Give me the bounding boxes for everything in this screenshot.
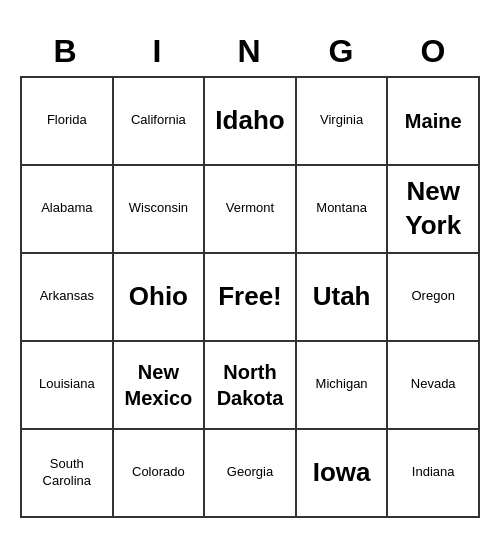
bingo-card: BINGO FloridaCaliforniaIdahoVirginiaMain…: [20, 27, 480, 518]
cell-r2-c1: Ohio: [114, 254, 206, 342]
cell-r3-c2: North Dakota: [205, 342, 297, 430]
cell-r3-c0: Louisiana: [22, 342, 114, 430]
cell-r0-c1: California: [114, 78, 206, 166]
header-letter: N: [204, 27, 296, 76]
cell-r2-c2: Free!: [205, 254, 297, 342]
cell-r1-c0: Alabama: [22, 166, 114, 254]
cell-r0-c0: Florida: [22, 78, 114, 166]
cell-r0-c2: Idaho: [205, 78, 297, 166]
cell-r2-c3: Utah: [297, 254, 389, 342]
header-letter: B: [20, 27, 112, 76]
header-letter: G: [296, 27, 388, 76]
header-letter: O: [388, 27, 480, 76]
cell-r2-c0: Arkansas: [22, 254, 114, 342]
cell-r4-c2: Georgia: [205, 430, 297, 518]
bingo-grid: FloridaCaliforniaIdahoVirginiaMaineAlaba…: [20, 76, 480, 518]
cell-r0-c3: Virginia: [297, 78, 389, 166]
cell-r1-c4: New York: [388, 166, 480, 254]
cell-r0-c4: Maine: [388, 78, 480, 166]
cell-r3-c1: New Mexico: [114, 342, 206, 430]
cell-r4-c1: Colorado: [114, 430, 206, 518]
cell-r2-c4: Oregon: [388, 254, 480, 342]
cell-r3-c3: Michigan: [297, 342, 389, 430]
bingo-header: BINGO: [20, 27, 480, 76]
header-letter: I: [112, 27, 204, 76]
cell-r1-c3: Montana: [297, 166, 389, 254]
cell-r1-c1: Wisconsin: [114, 166, 206, 254]
cell-r4-c3: Iowa: [297, 430, 389, 518]
cell-r4-c4: Indiana: [388, 430, 480, 518]
cell-r3-c4: Nevada: [388, 342, 480, 430]
cell-r4-c0: South Carolina: [22, 430, 114, 518]
cell-r1-c2: Vermont: [205, 166, 297, 254]
